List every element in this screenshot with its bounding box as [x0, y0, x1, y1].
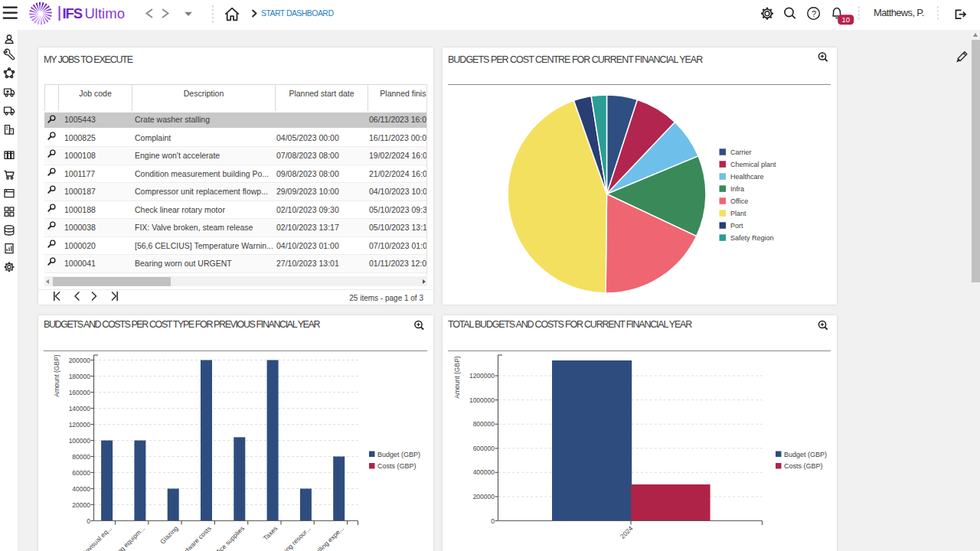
- svg-text:IFS: IFS: [63, 5, 83, 21]
- svg-text:40000: 40000: [72, 485, 90, 493]
- svg-text:10: 10: [841, 15, 850, 24]
- svg-text:?: ?: [812, 9, 816, 18]
- svg-text:800000: 800000: [473, 420, 495, 428]
- svg-text:140000: 140000: [69, 405, 91, 412]
- svg-text:Plant: Plant: [730, 210, 746, 217]
- svg-text:Amount (GBP): Amount (GBP): [453, 356, 461, 398]
- svg-text:Hardware costs: Hardware costs: [175, 524, 213, 551]
- svg-text:200000: 200000: [473, 493, 495, 500]
- svg-text:60000: 60000: [72, 469, 90, 477]
- svg-text:160000: 160000: [69, 389, 91, 396]
- svg-text:200000: 200000: [69, 357, 91, 364]
- svg-text:Travelling expe...: Travelling expe...: [305, 524, 345, 551]
- svg-text:Ultimo: Ultimo: [85, 5, 125, 21]
- svg-text:Office supplies: Office supplies: [211, 524, 246, 551]
- svg-text:Safety Region: Safety Region: [730, 234, 774, 242]
- svg-text:Office: Office: [730, 197, 748, 205]
- svg-text:Carrier: Carrier: [730, 148, 752, 156]
- svg-text:Budget (GBP): Budget (GBP): [784, 451, 827, 458]
- svg-text:Budget (GBP): Budget (GBP): [377, 451, 420, 458]
- svg-text:120000: 120000: [69, 421, 91, 429]
- svg-text:400000: 400000: [473, 468, 495, 476]
- svg-text:80000: 80000: [72, 453, 90, 461]
- svg-text:Glazing: Glazing: [158, 524, 180, 546]
- svg-text:Audiovisual eq...: Audiovisual eq...: [74, 524, 113, 551]
- svg-text:0: 0: [491, 517, 495, 525]
- svg-text:Taxes: Taxes: [262, 524, 279, 542]
- svg-text:Healthcare: Healthcare: [730, 173, 764, 181]
- svg-text:Amount (GBP): Amount (GBP): [53, 354, 60, 396]
- svg-text:Chemical plant: Chemical plant: [730, 161, 776, 168]
- svg-text:2024: 2024: [619, 524, 635, 540]
- svg-text:1200000: 1200000: [469, 372, 495, 380]
- svg-text:600000: 600000: [473, 445, 495, 452]
- svg-text:Port: Port: [730, 222, 743, 230]
- svg-text:0: 0: [87, 517, 90, 525]
- svg-text:Costs (GBP): Costs (GBP): [377, 462, 416, 470]
- svg-text:100000: 100000: [69, 437, 91, 445]
- svg-text:1000000: 1000000: [469, 396, 495, 404]
- svg-text:Costs (GBP): Costs (GBP): [784, 462, 823, 470]
- svg-text:180000: 180000: [69, 373, 91, 380]
- svg-text:Housing resour...: Housing resour...: [272, 524, 312, 551]
- svg-text:Infra: Infra: [730, 185, 744, 193]
- svg-text:20000: 20000: [72, 501, 90, 509]
